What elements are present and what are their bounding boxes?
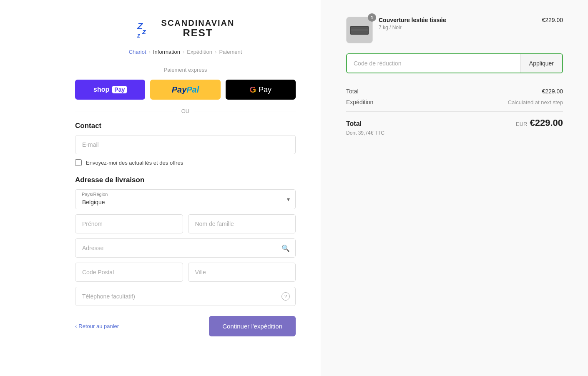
product-image-wrapper: 1 bbox=[346, 17, 373, 43]
lastname-input[interactable] bbox=[188, 214, 296, 233]
logo: Z z z SCANDINAVIAN REST bbox=[136, 17, 235, 40]
postal-city-row bbox=[75, 263, 296, 282]
contact-title: Contact bbox=[75, 122, 296, 130]
shoppay-logo: shop Pay bbox=[93, 86, 127, 93]
ttc-label: Dont 39,74€ TTC bbox=[346, 130, 563, 136]
logo-top: SCANDINAVIAN bbox=[161, 18, 235, 28]
gpay-pay: Pay bbox=[256, 85, 271, 94]
breadcrumb-chariot[interactable]: Chariot bbox=[129, 49, 146, 55]
product-info: Couverture lestée tissée 7 kg / Noir bbox=[379, 17, 536, 30]
right-panel: 1 Couverture lestée tissée 7 kg / Noir €… bbox=[321, 0, 588, 376]
phone-input[interactable] bbox=[75, 287, 296, 306]
chevron-left-icon: ‹ bbox=[75, 323, 77, 329]
left-panel: Z z z SCANDINAVIAN REST Chariot › Inform… bbox=[0, 0, 321, 376]
breadcrumb-expedition: Expédition bbox=[187, 49, 212, 55]
total-value: €229.00 bbox=[542, 88, 563, 95]
breadcrumb: Chariot › Information › Expédition › Pai… bbox=[75, 49, 296, 55]
or-divider: OU bbox=[75, 108, 296, 114]
summary-expedition-line: Expédition Calculated at next step bbox=[346, 99, 563, 105]
grand-total-line: Total EUR €229.00 bbox=[346, 118, 563, 128]
payment-buttons: shop Pay PayPal G Pay bbox=[75, 80, 296, 100]
coupon-row: Appliquer bbox=[346, 53, 563, 73]
coupon-input[interactable] bbox=[347, 54, 520, 73]
product-thumbnail bbox=[349, 23, 369, 37]
continue-button[interactable]: Continuer l'expédition bbox=[209, 316, 296, 336]
address-input[interactable] bbox=[75, 238, 296, 258]
phone-field-wrapper: ? bbox=[75, 287, 296, 306]
newsletter-checkbox[interactable] bbox=[75, 159, 82, 166]
paypal-pal: Pal bbox=[186, 85, 199, 94]
newsletter-label[interactable]: Envoyez-moi des actualités et des offres bbox=[86, 160, 183, 166]
total-label: Total bbox=[346, 88, 359, 95]
product-variant: 7 kg / Noir bbox=[379, 25, 536, 30]
breadcrumb-sep2: › bbox=[183, 49, 184, 55]
name-row bbox=[75, 214, 296, 233]
form-actions: ‹ Retour au panier Continuer l'expéditio… bbox=[75, 316, 296, 336]
expedition-value: Calculated at next step bbox=[508, 99, 563, 105]
svg-rect-4 bbox=[351, 27, 368, 34]
email-field-wrapper bbox=[75, 135, 296, 154]
breadcrumb-sep3: › bbox=[215, 49, 216, 55]
svg-text:z: z bbox=[137, 32, 140, 38]
breadcrumb-information: Information bbox=[153, 49, 180, 55]
summary-divider-2 bbox=[346, 111, 563, 112]
product-image bbox=[346, 17, 373, 43]
svg-text:z: z bbox=[142, 28, 146, 36]
product-name: Couverture lestée tissée bbox=[379, 17, 536, 23]
country-select-wrapper: Pays/Région Belgique France ▾ bbox=[75, 189, 296, 209]
email-input[interactable] bbox=[75, 135, 296, 154]
postal-input[interactable] bbox=[75, 263, 183, 282]
product-row: 1 Couverture lestée tissée 7 kg / Noir €… bbox=[346, 17, 563, 43]
grand-total-right: EUR €229.00 bbox=[516, 118, 563, 128]
paypal-logo: PayPal bbox=[172, 85, 199, 95]
product-badge: 1 bbox=[368, 13, 376, 22]
express-label: Paiement express bbox=[75, 67, 296, 73]
logo-bottom: REST bbox=[161, 28, 235, 38]
summary-total-line: Total €229.00 bbox=[346, 88, 563, 95]
logo-area: Z z z SCANDINAVIAN REST bbox=[75, 17, 296, 40]
help-icon: ? bbox=[281, 292, 290, 301]
summary-divider-1 bbox=[346, 82, 563, 82]
grand-total-amount: €229.00 bbox=[530, 118, 563, 128]
shop-text: shop bbox=[93, 86, 109, 93]
gpay-logo: G Pay bbox=[250, 85, 272, 95]
back-link[interactable]: ‹ Retour au panier bbox=[75, 323, 119, 329]
search-icon: 🔍 bbox=[281, 244, 290, 252]
currency-label: EUR bbox=[516, 121, 527, 127]
newsletter-row: Envoyez-moi des actualités et des offres bbox=[75, 159, 296, 166]
country-select[interactable]: Belgique France bbox=[75, 189, 296, 209]
gpay-g: G bbox=[250, 85, 256, 95]
expedition-label: Expédition bbox=[346, 99, 373, 105]
breadcrumb-paiement: Paiement bbox=[219, 49, 242, 55]
back-link-text: Retour au panier bbox=[78, 323, 119, 329]
product-price: €229.00 bbox=[542, 17, 563, 23]
address-title: Adresse de livraison bbox=[75, 176, 296, 184]
city-input[interactable] bbox=[188, 263, 296, 282]
pay-badge: Pay bbox=[112, 86, 127, 93]
grand-total-label: Total bbox=[346, 120, 362, 128]
logo-icon: Z z z bbox=[136, 17, 158, 38]
logo-zzz: Z z z bbox=[136, 17, 158, 40]
or-text: OU bbox=[181, 108, 190, 114]
coupon-apply-button[interactable]: Appliquer bbox=[520, 54, 562, 73]
gpay-button[interactable]: G Pay bbox=[226, 80, 296, 100]
logo-text: SCANDINAVIAN REST bbox=[161, 18, 235, 38]
paypal-pay: Pay bbox=[172, 85, 187, 94]
shoppay-button[interactable]: shop Pay bbox=[75, 80, 145, 100]
address-field-wrapper: 🔍 bbox=[75, 238, 296, 258]
breadcrumb-sep1: › bbox=[149, 49, 151, 55]
firstname-input[interactable] bbox=[75, 214, 183, 233]
paypal-button[interactable]: PayPal bbox=[150, 80, 220, 100]
